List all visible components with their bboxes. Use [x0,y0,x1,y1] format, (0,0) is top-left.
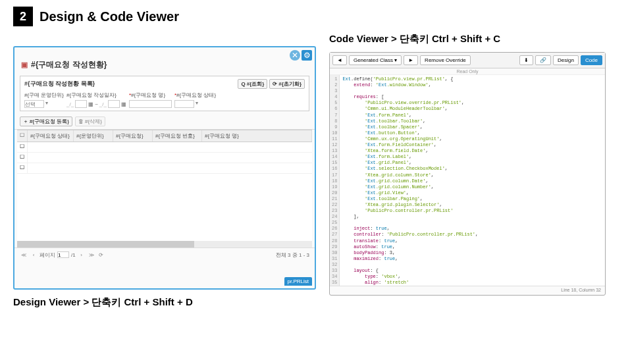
pager-total: /1 [71,252,76,258]
status-input[interactable] [174,100,194,108]
pager-first-icon[interactable]: ≪ [20,251,28,259]
pager-info: 전체 3 중 1 - 3 [276,251,309,259]
search-button-label: #{조회} [247,80,265,88]
generated-class-label: Generated Class [354,57,393,63]
add-button[interactable]: ＋ #{구매요청 등록} [20,117,72,126]
dropdown-icon[interactable]: ▾ [196,100,198,108]
pager-last-icon[interactable]: ≫ [88,251,95,259]
pager-refresh-icon[interactable]: ⟳ [97,251,105,259]
table-row[interactable]: ☐ [17,163,312,174]
pager: ≪ ‹ 페이지 /1 › ≫ ⟳ 전체 3 중 1 - 3 [14,247,315,261]
section-number: 2 [13,7,33,26]
status-bar: Line 18, Column 32 [330,286,605,294]
plus-icon: ＋ [23,118,28,125]
code-caption: Code Viewer > 단축키 Ctrl + Shift + C [329,33,606,45]
grid-col-status[interactable]: #{구매요청 상태} [28,130,74,142]
forward-button[interactable]: ► [404,55,418,65]
window-title-text: #{구매요청 작성현황} [31,59,107,70]
code-mode-button[interactable]: Code [581,55,602,65]
pager-page-input[interactable] [57,251,69,258]
code-viewer-window: ◄ Generated Class ▾ ► Remove Override ⬇ … [329,52,606,296]
date-to-input[interactable] [108,100,120,108]
table-row[interactable]: ☐ [17,142,312,153]
req-name-input[interactable] [129,100,172,108]
refresh-icon: ⟳ [273,81,277,87]
close-icon[interactable]: ✕ [290,50,300,61]
reset-button[interactable]: ⟳ #{초기화} [269,79,305,89]
delete-button-label: #{삭제} [85,118,102,125]
add-button-label: #{구매요청 등록} [30,118,69,125]
search-button[interactable]: Q #{조회} [238,79,267,89]
grid-col-check[interactable]: ☐ [17,130,28,142]
h-scrollbar[interactable] [17,241,312,247]
grid-col-name[interactable]: #{구매요청 명} [202,130,312,142]
design-panel: ✕ ⚙ ▣ #{구매요청 작성현황} #{구매요청 작성현황 목록} Q #{조… [13,46,316,309]
class-badge[interactable]: pr.PRList [284,277,312,286]
search-icon: Q [241,81,245,87]
grid-col-ou[interactable]: #{운영단위} [74,130,113,142]
delete-button[interactable]: 🗑 #{삭제} [75,117,105,126]
back-button[interactable]: ◄ [332,55,347,65]
panels-container: ✕ ⚙ ▣ #{구매요청 작성현황} #{구매요청 작성현황 목록} Q #{조… [13,46,617,309]
code-editor[interactable]: 1 2 3 4 5 6 7 8 9 10 11 12 13 14 15 16 1… [330,75,605,286]
pager-label: 페이지 [39,251,55,259]
calendar-icon[interactable]: ▦ [88,101,93,107]
grid-col-num[interactable]: #{구매요청 번호} [153,130,202,142]
design-caption: Design Viewer > 단축키 Ctrl + Shift + D [13,296,316,309]
trash-icon: 🗑 [78,118,84,124]
link-icon[interactable]: 🔗 [535,55,551,65]
chevron-down-icon: ▾ [394,57,397,63]
field-operating-unit: #{구매 운영단위} [24,91,64,99]
window-title: ▣ #{구매요청 작성현황} [14,47,315,73]
doc-icon: ▣ [21,61,28,69]
section-header: 2 Design & Code Viewer [13,7,617,26]
calendar-icon[interactable]: ▦ [121,101,126,107]
grid-col-req[interactable]: #{구매요청} [113,130,153,142]
field-status: *#{구매요청 상태} [174,91,216,99]
gear-icon[interactable]: ⚙ [302,50,312,61]
field-date: #{구매요청 작성일자} [66,91,126,99]
generated-class-dropdown[interactable]: Generated Class ▾ [349,55,402,65]
date-from-input[interactable] [75,100,87,108]
search-panel: #{구매요청 작성현황 목록} Q #{조회} ⟳ #{초기화} [20,76,309,111]
pager-next-icon[interactable]: › [78,251,86,259]
remove-override-button[interactable]: Remove Override [420,55,471,65]
table-row[interactable]: ☐ [17,153,312,163]
download-icon[interactable]: ⬇ [519,55,533,65]
grid-body: ☐ ☐ ☐ [17,142,312,241]
line-gutter: 1 2 3 4 5 6 7 8 9 10 11 12 13 14 15 16 1… [330,75,340,286]
readonly-banner: Read Only [330,68,605,75]
pager-prev-icon[interactable]: ‹ [30,251,38,259]
design-mode-button[interactable]: Design [553,55,579,65]
field-req-name: *#{구매요청 명} [129,91,172,99]
code-toolbar: ◄ Generated Class ▾ ► Remove Override ⬇ … [330,53,605,68]
operating-unit-input[interactable] [24,100,44,108]
code-panel: Code Viewer > 단축키 Ctrl + Shift + C ◄ Gen… [329,33,606,302]
dropdown-icon[interactable]: ▾ [45,100,48,108]
code-text[interactable]: Ext.define('PublicPro.view.pr.PRList', {… [340,75,486,286]
search-title: #{구매요청 작성현황 목록} [24,80,95,88]
design-viewer-window: ✕ ⚙ ▣ #{구매요청 작성현황} #{구매요청 작성현황 목록} Q #{조… [13,46,316,290]
section-title: Design & Code Viewer [39,9,179,24]
reset-button-label: #{초기화} [278,80,302,88]
grid-header: ☐ #{구매요청 상태} #{운영단위} #{구매요청} #{구매요청 번호} … [17,130,312,142]
